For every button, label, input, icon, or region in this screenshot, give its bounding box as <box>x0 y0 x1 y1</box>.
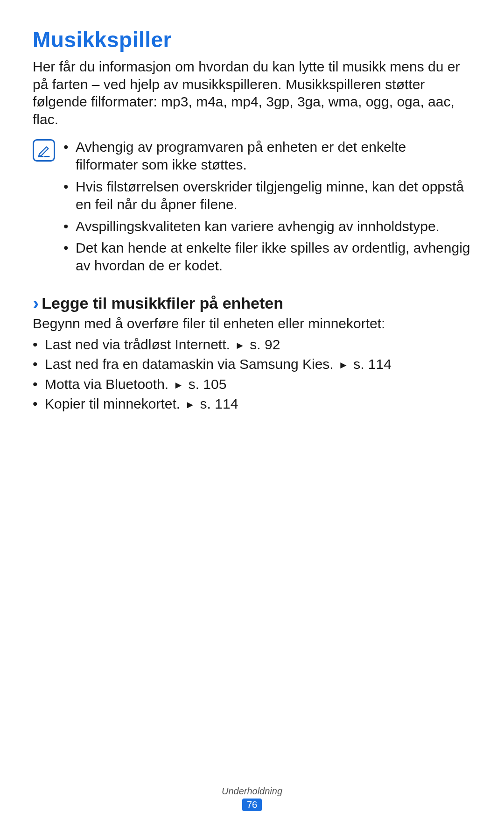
action-list: Last ned via trådløst Internett. ► s. 92… <box>33 335 471 414</box>
play-arrow-icon: ► <box>185 398 195 412</box>
action-item: Last ned fra en datamaskin via Samsung K… <box>33 355 471 374</box>
note-icon-wrap <box>33 139 55 162</box>
intro-paragraph: Her får du informasjon om hvordan du kan… <box>33 58 471 128</box>
play-arrow-icon: ► <box>235 339 245 353</box>
action-ref: s. 114 <box>200 396 238 411</box>
footer-section-label: Underholdning <box>0 786 504 797</box>
note-item: Avhengig av programvaren på enheten er d… <box>63 138 471 174</box>
chevron-right-icon: › <box>33 294 39 312</box>
sub-intro: Begynn med å overføre filer til enheten … <box>33 314 471 332</box>
page-number: 76 <box>242 799 262 811</box>
note-icon <box>33 139 55 162</box>
note-list: Avhengig av programvaren på enheten er d… <box>63 138 471 279</box>
note-item: Avspillingskvaliteten kan variere avheng… <box>63 218 471 235</box>
note-block: Avhengig av programvaren på enheten er d… <box>33 138 471 279</box>
action-text: Last ned via trådløst Internett. <box>45 337 230 352</box>
action-text: Motta via Bluetooth. <box>45 376 168 392</box>
action-text: Kopier til minnekortet. <box>45 396 180 411</box>
action-ref: s. 105 <box>189 376 227 392</box>
subhead-row: › Legge til musikkfiler på enheten <box>33 293 471 312</box>
play-arrow-icon: ► <box>338 358 349 372</box>
action-ref: s. 114 <box>353 356 392 372</box>
action-item: Motta via Bluetooth. ► s. 105 <box>33 375 471 394</box>
action-item: Last ned via trådløst Internett. ► s. 92 <box>33 335 471 354</box>
section-subhead: Legge til musikkfiler på enheten <box>42 294 283 312</box>
manual-page: Musikkspiller Her får du informasjon om … <box>0 0 504 827</box>
action-item: Kopier til minnekortet. ► s. 114 <box>33 395 471 414</box>
play-arrow-icon: ► <box>174 378 184 392</box>
page-footer: Underholdning 76 <box>0 786 504 811</box>
note-item: Det kan hende at enkelte filer ikke spil… <box>63 239 471 275</box>
note-item: Hvis filstørrelsen overskrider tilgjenge… <box>63 178 471 214</box>
action-ref: s. 92 <box>250 337 280 352</box>
action-text: Last ned fra en datamaskin via Samsung K… <box>45 356 334 372</box>
page-title: Musikkspiller <box>33 27 471 52</box>
